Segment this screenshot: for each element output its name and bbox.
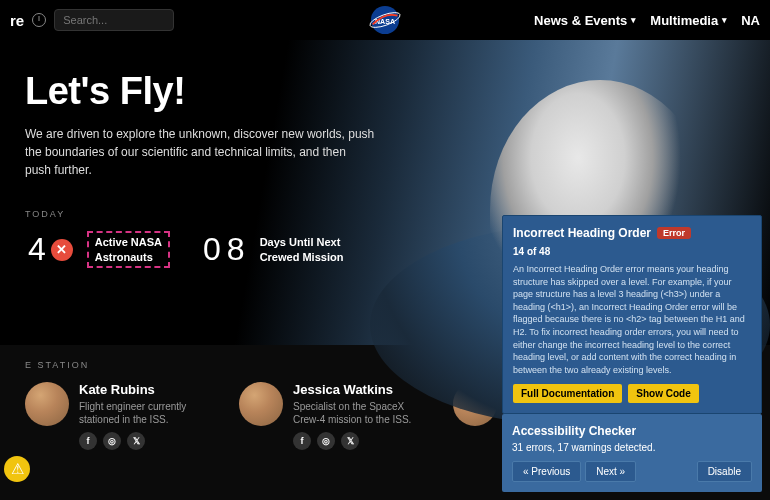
previous-button[interactable]: « Previous <box>512 461 581 482</box>
error-buttons: Full Documentation Show Code <box>513 384 751 403</box>
topbar-left: re <box>10 9 174 31</box>
show-code-button[interactable]: Show Code <box>628 384 698 403</box>
avatar <box>239 382 283 426</box>
stat-number: 0 8 <box>200 231 248 268</box>
stat-days: 0 8 Days Until Next Crewed Mission <box>200 231 343 268</box>
digit: 0 <box>203 231 221 268</box>
chevron-down-icon: ▾ <box>631 15 636 25</box>
digit: 8 <box>227 231 245 268</box>
disable-button[interactable]: Disable <box>697 461 752 482</box>
hero-subtitle: We are driven to explore the unknown, di… <box>25 125 375 179</box>
crew-item: Kate Rubins Flight engineer currently st… <box>25 382 209 465</box>
acc-subtitle: 31 errors, 17 warnings detected. <box>512 442 752 453</box>
next-button[interactable]: Next » <box>585 461 636 482</box>
label-line: Days Until Next <box>260 235 344 249</box>
twitter-icon[interactable]: 𝕏 <box>341 432 359 450</box>
crew-role: Specialist on the SpaceX Crew-4 mission … <box>293 400 423 426</box>
stat-label-highlighted[interactable]: Active NASA Astronauts <box>87 231 170 268</box>
stat-astronauts: 4 ✕ 0 Active NASA Astronauts <box>25 231 170 268</box>
instagram-icon[interactable]: ◎ <box>103 432 121 450</box>
nav-na[interactable]: NA <box>741 13 760 28</box>
error-panel-title: Incorrect Heading OrderError <box>513 226 751 240</box>
error-body: An Incorrect Heading Order error means y… <box>513 263 751 376</box>
label-line: Astronauts <box>95 250 162 264</box>
error-panel: Incorrect Heading OrderError 14 of 48 An… <box>502 215 762 414</box>
crew-info: Jessica Watkins Specialist on the SpaceX… <box>293 382 423 450</box>
digit: 4 <box>28 231 46 268</box>
full-documentation-button[interactable]: Full Documentation <box>513 384 622 403</box>
avatar <box>25 382 69 426</box>
clock-icon <box>32 13 46 27</box>
error-count: 14 of 48 <box>513 246 751 257</box>
stat-label: Days Until Next Crewed Mission <box>260 235 344 264</box>
nav-label: NA <box>741 13 760 28</box>
acc-buttons: « Previous Next » Disable <box>512 461 752 482</box>
svg-text:NASA: NASA <box>375 18 395 25</box>
hero-content: Let's Fly! We are driven to explore the … <box>25 70 375 268</box>
socials: f ◎ 𝕏 <box>79 432 209 450</box>
facebook-icon[interactable]: f <box>79 432 97 450</box>
error-x-icon[interactable]: ✕ <box>51 239 73 261</box>
acc-title: Accessibility Checker <box>512 424 752 438</box>
search-input[interactable] <box>54 9 174 31</box>
hero-title: Let's Fly! <box>25 70 375 113</box>
label-line: Crewed Mission <box>260 250 344 264</box>
warning-badge-icon[interactable]: ⚠ <box>4 456 30 482</box>
nav-label: Multimedia <box>650 13 718 28</box>
crew-role: Flight engineer currently stationed in t… <box>79 400 209 426</box>
stats-row: 4 ✕ 0 Active NASA Astronauts 0 8 Days Un… <box>25 231 375 268</box>
today-label: TODAY <box>25 209 375 219</box>
error-badge: Error <box>657 227 691 239</box>
nav-multimedia[interactable]: Multimedia▾ <box>650 13 727 28</box>
socials: f ◎ 𝕏 <box>293 432 423 450</box>
accessibility-panel: Accessibility Checker 31 errors, 17 warn… <box>502 414 762 492</box>
topbar: re NASA News & Events▾ Multimedia▾ NA <box>0 0 770 40</box>
title-text: Incorrect Heading Order <box>513 226 651 240</box>
chevron-down-icon: ▾ <box>722 15 727 25</box>
crew-name: Jessica Watkins <box>293 382 423 397</box>
nav-label: News & Events <box>534 13 627 28</box>
nav-news-events[interactable]: News & Events▾ <box>534 13 636 28</box>
twitter-icon[interactable]: 𝕏 <box>127 432 145 450</box>
nasa-logo: NASA <box>367 5 403 35</box>
brand-fragment: re <box>10 12 24 29</box>
label-line: Active NASA <box>95 235 162 249</box>
facebook-icon[interactable]: f <box>293 432 311 450</box>
stat-number: 4 ✕ 0 <box>25 231 75 268</box>
crew-info: Kate Rubins Flight engineer currently st… <box>79 382 209 450</box>
crew-item: Jessica Watkins Specialist on the SpaceX… <box>239 382 423 465</box>
crew-name: Kate Rubins <box>79 382 209 397</box>
main-nav: News & Events▾ Multimedia▾ NA <box>534 13 760 28</box>
instagram-icon[interactable]: ◎ <box>317 432 335 450</box>
